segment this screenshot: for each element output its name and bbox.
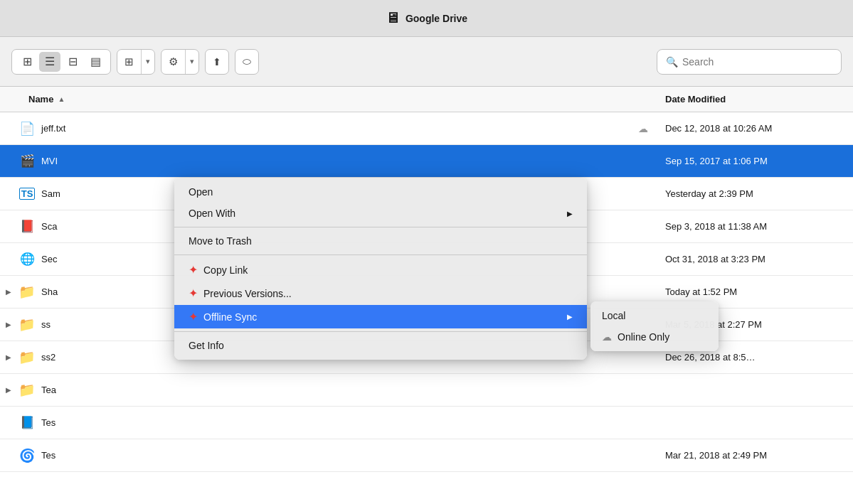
file-name: Tes [37, 450, 632, 461]
submenu-arrow-icon: ▶ [567, 210, 573, 218]
submenu-item-label: Local [602, 310, 625, 321]
tag-button[interactable]: ⬭ [235, 49, 259, 75]
file-name: MVI [37, 156, 632, 166]
context-menu-item-open[interactable]: Open [174, 181, 587, 203]
arrange-arrow-button[interactable]: ▾ [142, 50, 154, 74]
google-drive-star-icon: ✦ [189, 310, 198, 323]
file-type-icon: 📘 [17, 415, 37, 430]
file-date-modified: Sep 15, 2017 at 1:06 PM [654, 156, 853, 166]
gear-arrow-button[interactable]: ▾ [186, 50, 198, 74]
context-menu-item-label: Move to Trash [189, 235, 252, 247]
table-row[interactable]: 📘Tes [0, 407, 853, 439]
table-row[interactable]: 📄jeff.txt☁Dec 12, 2018 at 10:26 AM [0, 112, 853, 145]
column-headers: Name ▲ Date Modified [0, 87, 853, 112]
search-box[interactable]: 🔍 [657, 49, 842, 75]
file-type-icon: 📕 [17, 219, 37, 234]
table-row[interactable]: ▶📁Tea [0, 374, 853, 407]
context-menu-item-copy-link[interactable]: ✦Copy Link [174, 258, 587, 282]
file-type-icon: 🌀 [17, 448, 37, 463]
row-expand[interactable]: ▶ [0, 353, 17, 361]
context-menu-item-label: Open [189, 186, 213, 198]
context-menu-separator [174, 227, 587, 227]
context-menu-item-label: Get Info [189, 340, 224, 351]
col-date-header: Date Modified [654, 94, 853, 104]
row-expand[interactable]: ▶ [0, 321, 17, 328]
file-name: Tes [37, 417, 632, 428]
gear-icon[interactable]: ⚙ [161, 50, 186, 74]
view-buttons-group: ⊞ ☰ ⊟ ▤ [11, 49, 111, 75]
context-menu-item-offline-sync[interactable]: ✦Offline Sync▶Local☁Online Only [174, 305, 587, 328]
title-text: Google Drive [406, 13, 467, 24]
google-drive-star-icon: ✦ [189, 286, 198, 300]
google-drive-star-icon: ✦ [189, 263, 198, 277]
context-menu-item-label: Copy Link [203, 264, 248, 276]
submenu-arrow-icon: ▶ [567, 313, 573, 321]
file-type-icon: 🌐 [17, 252, 37, 267]
file-type-icon: 📁 [17, 349, 37, 365]
title-bar: 🖥 Google Drive [0, 0, 853, 37]
offline-sync-submenu: Local☁Online Only [590, 301, 719, 351]
list-view-button[interactable]: ☰ [39, 52, 60, 72]
file-date-modified: Dec 26, 2018 at 8:5… [654, 352, 853, 363]
table-row[interactable]: 🌀TesMar 21, 2018 at 2:49 PM [0, 439, 853, 472]
sort-arrow: ▲ [58, 95, 65, 103]
submenu-item-local[interactable]: Local [590, 305, 719, 326]
arrange-main-button[interactable]: ⊞ [117, 50, 142, 74]
file-date-modified: Yesterday at 2:39 PM [654, 188, 853, 199]
file-date-modified: Mar 21, 2018 at 2:49 PM [654, 450, 853, 461]
context-menu-separator [174, 331, 587, 332]
share-button[interactable]: ⬆ [205, 49, 229, 75]
file-type-icon: 📁 [17, 316, 37, 333]
table-row[interactable]: 🎬MVISep 15, 2017 at 1:06 PM [0, 145, 853, 178]
submenu-item-online-only[interactable]: ☁Online Only [590, 326, 719, 348]
file-date-modified: Dec 12, 2018 at 10:26 AM [654, 123, 853, 134]
file-date-modified: Today at 1:52 PM [654, 286, 853, 297]
search-input[interactable] [682, 56, 825, 68]
cloud-status-icon: ☁ [632, 123, 654, 134]
context-menu-item-get-info[interactable]: Get Info [174, 335, 587, 356]
file-type-icon: 📁 [17, 382, 37, 398]
file-type-icon: 📄 [17, 121, 37, 136]
file-type-icon: 📁 [17, 284, 37, 300]
action-dropdown[interactable]: ⚙ ▾ [161, 49, 199, 75]
file-name: jeff.txt [37, 123, 632, 134]
gallery-view-button[interactable]: ▤ [85, 52, 106, 72]
cloud-icon: ☁ [602, 331, 612, 343]
submenu-item-label: Online Only [618, 331, 669, 343]
file-date-modified: Oct 31, 2018 at 3:23 PM [654, 254, 853, 264]
context-menu-item-move-to-trash[interactable]: Move to Trash [174, 230, 587, 252]
toolbar: ⊞ ☰ ⊟ ▤ ⊞ ▾ ⚙ ▾ ⬆ ⬭ 🔍 [0, 37, 853, 87]
context-menu-item-label: Previous Versions... [203, 288, 292, 299]
file-type-icon: 🎬 [17, 154, 37, 168]
context-menu-separator [174, 254, 587, 255]
context-menu: OpenOpen With▶Move to Trash✦Copy Link✦Pr… [174, 178, 587, 360]
context-menu-item-label: Open With [189, 208, 235, 219]
arrange-dropdown[interactable]: ⊞ ▾ [117, 49, 155, 75]
file-type-icon: TS [17, 188, 37, 200]
grid-view-button[interactable]: ⊞ [16, 52, 38, 72]
col-name-header[interactable]: Name ▲ [17, 94, 654, 104]
file-name: Tea [37, 385, 632, 395]
row-expand[interactable]: ▶ [0, 386, 17, 394]
search-icon: 🔍 [666, 56, 678, 68]
context-menu-item-previous-versions[interactable]: ✦Previous Versions... [174, 282, 587, 305]
context-menu-item-open-with[interactable]: Open With▶ [174, 203, 587, 224]
column-view-button[interactable]: ⊟ [62, 52, 83, 72]
window-title: 🖥 Google Drive [386, 10, 467, 26]
file-date-modified: Sep 3, 2018 at 11:38 AM [654, 221, 853, 232]
drive-icon: 🖥 [386, 10, 400, 26]
context-menu-item-label: Offline Sync [203, 311, 257, 323]
row-expand[interactable]: ▶ [0, 288, 17, 296]
